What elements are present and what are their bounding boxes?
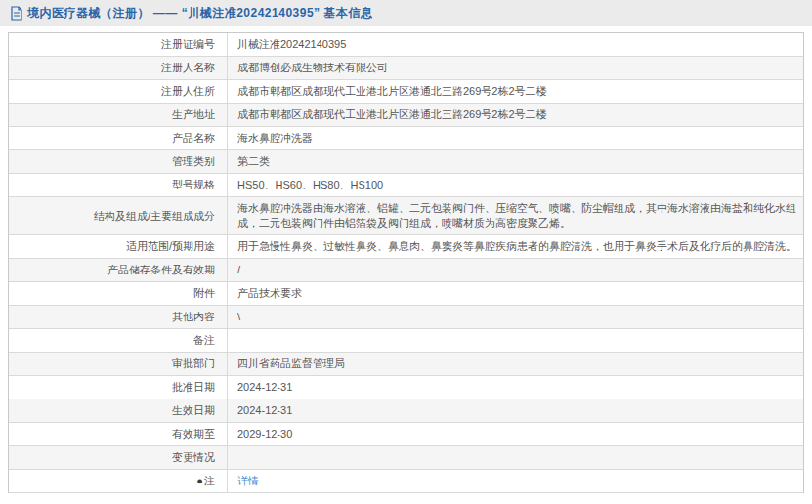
row-value: 详情 [228,470,803,492]
row-label: 附件 [9,282,228,305]
row-label: 适用范围/预期用途 [9,235,228,258]
table-row-composition: 结构及组成/主要组成成分 海水鼻腔冲洗器由海水溶液、铝罐、二元包装阀门件、压缩空… [9,197,803,235]
row-value: 产品技术要求 [228,282,803,305]
table-row-change-status: 变更情况 [9,446,803,470]
table-row-production-address: 生产地址 成都市郫都区成都现代工业港北片区港通北三路269号2栋2号二楼 [9,104,803,127]
row-value: 2029-12-30 [228,423,803,445]
table-row-registrant-name: 注册人名称 成都博创必成生物技术有限公司 [9,57,803,80]
table-row-management-category: 管理类别 第二类 [9,150,803,174]
row-label: 注册证编号 [9,33,228,56]
table-row-effective-date: 生效日期 2024-12-31 [9,399,803,423]
table-row-valid-until: 有效期至 2029-12-30 [9,423,803,446]
details-link[interactable]: 详情 [237,475,259,486]
table-row-registration-number: 注册证编号 川械注准20242140395 [9,33,803,57]
row-value: 用于急慢性鼻炎、过敏性鼻炎、鼻息肉、鼻窦炎等鼻腔疾病患者的鼻腔清洗，也用于鼻炎手… [228,235,803,258]
row-label: 管理类别 [9,150,228,173]
title-bar: 境内医疗器械（注册） —— “川械注准20242140395” 基本信息 [0,0,812,26]
page-title: 境内医疗器械（注册） —— “川械注准20242140395” 基本信息 [27,5,372,21]
note-dot-icon: ● [196,474,203,488]
row-value: 成都市郫都区成都现代工业港北片区港通北三路269号2栋2号二楼 [228,80,803,103]
row-label: 有效期至 [9,423,228,445]
row-label: 批准日期 [9,376,228,399]
row-label: 注册人住所 [9,80,228,103]
row-label: 备注 [9,329,228,352]
row-value: 成都市郫都区成都现代工业港北片区港通北三路269号2栋2号二楼 [228,104,803,126]
row-label: 注册人名称 [9,57,228,79]
row-value: 2024-12-31 [228,399,803,422]
table-row-registrant-address: 注册人住所 成都市郫都区成都现代工业港北片区港通北三路269号2栋2号二楼 [9,80,803,104]
table-row-attachment: 附件 产品技术要求 [9,282,803,306]
table-row-remarks: 备注 [9,329,803,353]
table-row-approval-date: 批准日期 2024-12-31 [9,376,803,399]
row-value: / [228,259,803,281]
row-label: 审批部门 [9,353,228,375]
row-label: 生效日期 [9,399,228,422]
table-row-approval-department: 审批部门 四川省药品监督管理局 [9,353,803,376]
table-row-intended-use: 适用范围/预期用途 用于急慢性鼻炎、过敏性鼻炎、鼻息肉、鼻窦炎等鼻腔疾病患者的鼻… [9,235,803,259]
document-icon [10,6,22,21]
row-label: 生产地址 [9,104,228,126]
table-row-other-content: 其他内容 \ [9,306,803,329]
row-label: 产品名称 [9,127,228,149]
row-value: HS50、HS60、HS80、HS100 [228,174,803,196]
registration-info-table: 注册证编号 川械注准20242140395 注册人名称 成都博创必成生物技术有限… [8,32,804,493]
row-value: 第二类 [228,150,803,173]
table-row-storage-validity: 产品储存条件及有效期 / [9,259,803,282]
row-value [228,337,803,345]
row-value: 海水鼻腔冲洗器 [228,127,803,149]
table-row-note: ● 注 详情 [9,470,803,493]
row-value: 2024-12-31 [228,376,803,399]
row-value: \ [228,306,803,328]
row-value: 成都博创必成生物技术有限公司 [228,57,803,79]
row-label: 型号规格 [9,174,228,196]
row-value: 川械注准20242140395 [228,33,803,56]
row-label: ● 注 [9,470,228,492]
row-label: 变更情况 [9,446,228,469]
row-label: 其他内容 [9,306,228,328]
table-row-product-name: 产品名称 海水鼻腔冲洗器 [9,127,803,150]
row-value: 海水鼻腔冲洗器由海水溶液、铝罐、二元包装阀门件、压缩空气、喷嘴、防尘帽组成，其中… [228,197,803,234]
row-label: 产品储存条件及有效期 [9,259,228,281]
table-row-model-spec: 型号规格 HS50、HS60、HS80、HS100 [9,174,803,197]
row-label: 结构及组成/主要组成成分 [9,197,228,234]
row-value: 四川省药品监督管理局 [228,353,803,375]
row-value [228,454,803,462]
note-label-text: 注 [204,474,215,488]
